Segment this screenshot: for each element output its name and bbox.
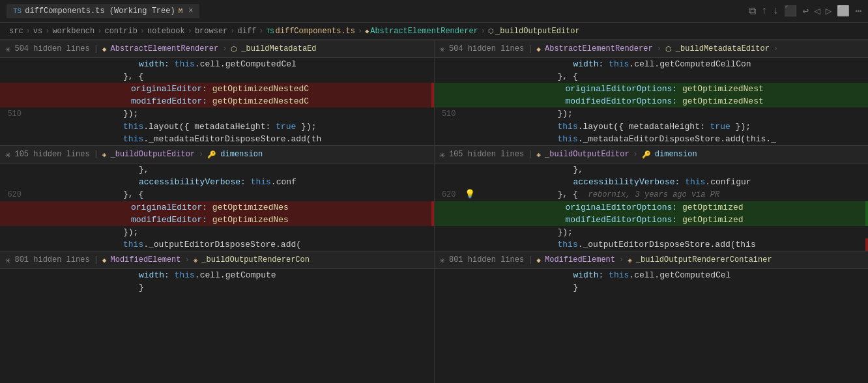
code-line-added: originalEditorOptions: getOptimized: [435, 201, 869, 214]
code-line: }: [435, 281, 869, 294]
code-line: 510 });: [0, 107, 434, 121]
breadcrumb-workbench[interactable]: workbench: [52, 27, 94, 36]
code-line: width: this.cell.getComputedCel: [435, 269, 869, 281]
left-class-3[interactable]: ModifiedElement: [110, 255, 181, 264]
right-hidden-1: 504 hidden lines: [449, 44, 524, 53]
code-line: }, {: [435, 70, 869, 83]
left-divider-2[interactable]: ✳ 105 hidden lines | ◈ _buildOutputEdito…: [0, 145, 434, 163]
more-actions-icon[interactable]: ⋯: [855, 5, 861, 18]
lightbulb-icon[interactable]: 💡: [465, 188, 475, 201]
tab-label: diffComponents.ts (Working Tree): [25, 7, 175, 16]
diff-stage-icon[interactable]: ⬛: [784, 5, 797, 18]
tab-diffcomponents[interactable]: TS diffComponents.ts (Working Tree) M ×: [7, 4, 199, 18]
right-method-icon-1: ⬡: [665, 45, 672, 53]
code-line-deleted: modifiedEditor: getOptimizedNes: [0, 214, 434, 226]
toggle-sidebar-icon[interactable]: ⬜: [837, 5, 850, 18]
right-class-3[interactable]: ModifiedElement: [545, 255, 615, 264]
code-line: width: this.cell.getCompute: [0, 269, 434, 281]
right-fold-icon-3[interactable]: ✳: [440, 255, 445, 266]
left-param-icon-2: 🔑: [207, 150, 216, 159]
code-line: accessibilityVerbose: this.conf: [0, 176, 434, 188]
left-renderer-icon-1: ◆: [102, 45, 107, 53]
code-line-deleted: modifiedEditor: getOptimizedNestedC: [0, 95, 434, 107]
left-renderer-icon-2: ◈: [102, 150, 107, 159]
right-method-icon-3: ◈: [628, 256, 632, 264]
navigate-previous-icon[interactable]: ↑: [761, 5, 768, 17]
left-code-1: width: this.cell.getComputedCel }, { ori…: [0, 58, 434, 145]
breadcrumb-method[interactable]: ⬡_buildOutputEditor: [488, 27, 580, 36]
right-divider-2[interactable]: ✳ 105 hidden lines | ◈ _buildOutputEdito…: [435, 145, 869, 163]
breadcrumb-diff[interactable]: diff: [238, 27, 257, 36]
right-fold-icon-2[interactable]: ✳: [440, 149, 445, 160]
code-line-added: originalEditorOptions: getOptimizedNest: [435, 83, 869, 95]
left-method-3[interactable]: _buildOutputRendererCon: [201, 255, 310, 264]
right-method-3[interactable]: _buildOutputRendererContainer: [636, 255, 772, 264]
navigate-next-icon[interactable]: ↓: [773, 5, 779, 17]
left-renderer-icon-3: ◆: [102, 256, 107, 264]
right-code-1: width: this.cell.getComputedCellCon }, {…: [435, 58, 869, 145]
split-editor-icon[interactable]: ⧉: [749, 5, 756, 18]
right-class-1[interactable]: AbstractElementRenderer: [545, 44, 653, 53]
editor-actions: ⧉ ↑ ↓ ⬛ ↩ ◁ ▷ ⬜ ⋯: [749, 5, 861, 18]
diff-previous-icon[interactable]: ◁: [814, 5, 820, 18]
left-divider-3[interactable]: ✳ 801 hidden lines | ◆ ModifiedElement ›…: [0, 251, 434, 269]
breadcrumb-file[interactable]: TSdiffComponents.ts: [267, 27, 355, 36]
left-method-1[interactable]: _buildMetadataEd: [241, 44, 316, 53]
left-code-3: width: this.cell.getCompute }: [0, 269, 434, 294]
diff-next-icon[interactable]: ▷: [826, 5, 832, 18]
code-line: this._outputEditorDisposeStore.add(: [0, 238, 434, 251]
code-line: }: [0, 281, 434, 294]
left-class-1[interactable]: AbstractElementRenderer: [110, 44, 218, 53]
breadcrumb: src › vs › workbench › contrib › noteboo…: [0, 23, 868, 40]
right-renderer-icon-2: ◈: [536, 150, 541, 159]
right-divider-1[interactable]: ✳ 504 hidden lines | ◆ AbstractElementRe…: [435, 40, 869, 58]
code-line: 620 💡 }, { rebornix, 3 years ago via PR: [435, 188, 869, 201]
tab-close-button[interactable]: ×: [188, 7, 193, 16]
code-line-added: modifiedEditorOptions: getOptimized: [435, 214, 869, 226]
breadcrumb-src[interactable]: src: [9, 27, 23, 36]
left-class-2[interactable]: _buildOutputEditor: [110, 150, 195, 159]
code-line: width: this.cell.getComputedCel: [0, 58, 434, 70]
left-code-2: }, accessibilityVerbose: this.conf 620 }…: [0, 163, 434, 251]
fold-icon-2[interactable]: ✳: [5, 149, 10, 160]
right-renderer-icon-3: ◆: [536, 256, 541, 264]
left-method-icon-3: ◈: [194, 256, 198, 264]
right-diff-pane: ✳ 504 hidden lines | ◆ AbstractElementRe…: [435, 40, 869, 383]
right-fold-icon-1[interactable]: ✳: [440, 44, 445, 55]
breadcrumb-contrib[interactable]: contrib: [104, 27, 137, 36]
right-divider-3[interactable]: ✳ 801 hidden lines | ◆ ModifiedElement ›…: [435, 251, 869, 269]
tab-group: TS diffComponents.ts (Working Tree) M ×: [7, 4, 199, 18]
breadcrumb-class[interactable]: ◆AbstractElementRenderer: [365, 27, 478, 36]
left-hidden-1: 504 hidden lines: [14, 44, 89, 53]
fold-icon-1[interactable]: ✳: [5, 44, 10, 55]
right-param-icon-2: 🔑: [642, 150, 651, 159]
left-diff-pane: ✳ 504 hidden lines | ◆ AbstractElementRe…: [0, 40, 435, 383]
breadcrumb-browser[interactable]: browser: [195, 27, 227, 36]
left-param-2[interactable]: dimension: [220, 150, 263, 159]
right-param-2[interactable]: dimension: [655, 150, 697, 159]
code-line: });: [435, 226, 869, 238]
fold-icon-3[interactable]: ✳: [5, 255, 10, 266]
diff-revert-icon[interactable]: ↩: [802, 5, 809, 18]
breadcrumb-notebook[interactable]: notebook: [147, 27, 185, 36]
code-line: accessibilityVerbose: this.configur: [435, 176, 869, 188]
right-renderer-icon-1: ◆: [536, 45, 541, 53]
code-line-added: modifiedEditorOptions: getOptimizedNest: [435, 95, 869, 107]
breadcrumb-vs[interactable]: vs: [33, 27, 42, 36]
code-line-deleted: originalEditor: getOptimizedNes: [0, 201, 434, 214]
code-line: });: [0, 226, 434, 238]
git-annotation: rebornix, 3 years ago via PR: [588, 190, 720, 199]
left-hidden-2: 105 hidden lines: [14, 150, 89, 159]
code-line: }, {: [0, 70, 434, 83]
right-method-1[interactable]: _buildMetadataEditor: [676, 44, 770, 53]
code-line: this._metadataEditorDisposeStore.add(th: [0, 133, 434, 145]
code-line: this._metadataEditorDisposeStore.add(thi…: [435, 133, 869, 145]
tab-modified-indicator: M: [179, 7, 183, 15]
title-bar: TS diffComponents.ts (Working Tree) M × …: [0, 0, 868, 23]
code-line: width: this.cell.getComputedCellCon: [435, 58, 869, 70]
left-divider-1[interactable]: ✳ 504 hidden lines | ◆ AbstractElementRe…: [0, 40, 434, 58]
left-method-icon-1: ⬡: [231, 45, 237, 53]
code-line: this.layout({ metadataHeight: true });: [0, 121, 434, 133]
right-code-3: width: this.cell.getComputedCel }: [435, 269, 869, 294]
right-class-2[interactable]: _buildOutputEditor: [545, 150, 629, 159]
